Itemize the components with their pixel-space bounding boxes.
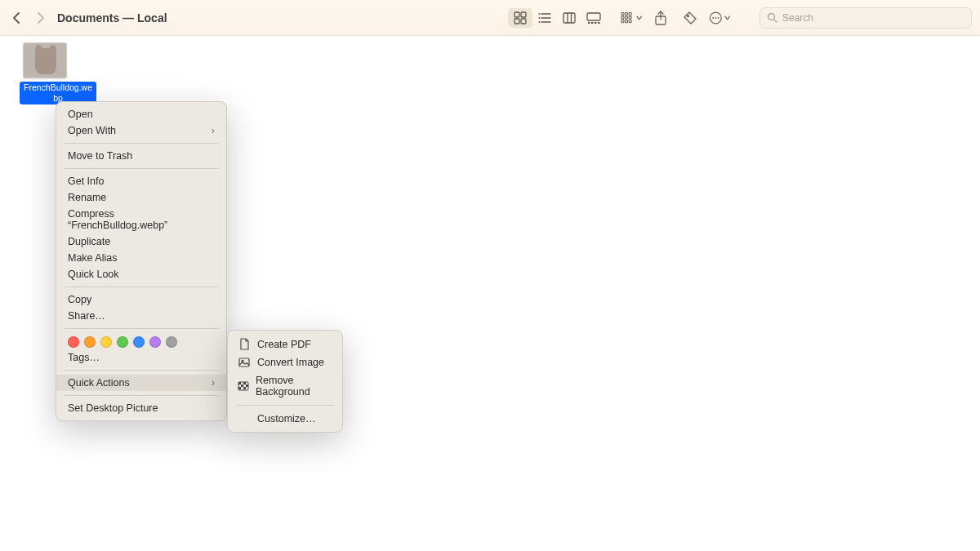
file-thumbnail — [23, 42, 67, 78]
gallery-view-button[interactable] — [581, 8, 606, 28]
svg-rect-10 — [564, 13, 575, 23]
ctx-rename[interactable]: Rename — [56, 189, 226, 206]
tag-color-dot[interactable] — [117, 336, 128, 348]
svg-rect-2 — [514, 19, 519, 24]
svg-rect-16 — [595, 22, 597, 24]
svg-rect-25 — [629, 16, 631, 19]
ctx-duplicate[interactable]: Duplicate — [56, 233, 226, 250]
ctx-tag-colors — [56, 333, 226, 349]
tag-color-dot[interactable] — [100, 336, 112, 348]
menu-separator — [65, 143, 218, 144]
tag-color-dot[interactable] — [84, 336, 96, 348]
qa-customize[interactable]: Customize… — [228, 410, 342, 428]
svg-rect-1 — [521, 12, 526, 17]
ctx-compress[interactable]: Compress “FrenchBulldog.webp” — [56, 206, 226, 233]
svg-point-36 — [242, 360, 243, 362]
svg-point-7 — [539, 13, 541, 15]
menu-separator — [65, 395, 218, 396]
chevron-right-icon: › — [212, 377, 215, 389]
image-icon — [238, 358, 251, 367]
svg-point-9 — [539, 21, 541, 23]
svg-rect-35 — [239, 358, 249, 367]
svg-rect-39 — [241, 384, 243, 387]
qa-remove-background[interactable]: Remove Background — [228, 371, 342, 401]
svg-rect-14 — [588, 22, 590, 24]
tag-color-dot[interactable] — [149, 336, 161, 348]
qa-create-pdf[interactable]: Create PDF — [228, 335, 342, 353]
ctx-quick-look[interactable]: Quick Look — [56, 266, 226, 282]
group-by-button[interactable] — [621, 8, 642, 28]
ctx-tags[interactable]: Tags… — [56, 349, 226, 366]
svg-rect-23 — [626, 20, 628, 22]
svg-line-34 — [774, 20, 777, 22]
forward-button[interactable] — [31, 9, 49, 27]
document-icon — [238, 338, 251, 350]
svg-rect-22 — [626, 16, 628, 19]
svg-rect-17 — [598, 22, 600, 24]
quick-actions-submenu: Create PDF Convert Image Remove Backgrou… — [227, 330, 343, 433]
tag-color-dot[interactable] — [166, 336, 177, 348]
svg-rect-20 — [621, 20, 624, 22]
ctx-make-alias[interactable]: Make Alias — [56, 250, 226, 266]
window-title: Documents — Local — [57, 11, 167, 24]
svg-point-31 — [715, 17, 716, 19]
toolbar: Documents — Local Se — [0, 0, 980, 36]
svg-rect-24 — [629, 12, 631, 15]
chevron-right-icon: › — [212, 125, 215, 136]
list-view-button[interactable] — [532, 8, 557, 28]
menu-separator — [65, 328, 218, 329]
ctx-quick-actions[interactable]: Quick Actions› — [56, 375, 226, 391]
menu-separator — [65, 287, 218, 287]
back-button[interactable] — [8, 9, 26, 27]
svg-point-32 — [718, 17, 719, 19]
svg-rect-19 — [621, 16, 624, 19]
ctx-copy[interactable]: Copy — [56, 291, 226, 308]
icon-view-button[interactable] — [508, 8, 532, 28]
svg-rect-15 — [591, 22, 594, 24]
ctx-share[interactable]: Share… — [56, 308, 226, 324]
actions-button[interactable] — [709, 8, 730, 28]
context-menu: Open Open With› Move to Trash Get Info R… — [56, 101, 227, 421]
search-placeholder: Search — [782, 12, 813, 24]
tag-color-dot[interactable] — [68, 336, 79, 348]
menu-separator — [236, 405, 334, 406]
ctx-open-with[interactable]: Open With› — [56, 122, 226, 139]
svg-rect-18 — [621, 12, 624, 15]
share-button[interactable] — [650, 8, 671, 28]
svg-rect-3 — [521, 19, 526, 24]
file-item[interactable]: FrenchBulldog.we bp — [20, 42, 70, 104]
tags-button[interactable] — [679, 8, 701, 28]
qa-convert-image[interactable]: Convert Image — [228, 353, 342, 371]
ctx-move-to-trash[interactable]: Move to Trash — [56, 148, 226, 164]
menu-separator — [65, 370, 218, 371]
svg-point-30 — [712, 17, 714, 19]
svg-rect-13 — [587, 13, 600, 20]
svg-rect-0 — [514, 12, 519, 17]
search-field[interactable]: Search — [760, 7, 972, 29]
svg-point-28 — [687, 15, 688, 16]
column-view-button[interactable] — [557, 8, 581, 28]
tag-color-dot[interactable] — [133, 336, 145, 348]
menu-separator — [65, 168, 218, 169]
ctx-set-desktop-picture[interactable]: Set Desktop Picture — [56, 400, 226, 416]
svg-rect-26 — [629, 20, 631, 22]
svg-point-8 — [539, 17, 541, 19]
view-switcher — [508, 8, 606, 28]
svg-rect-21 — [626, 12, 628, 15]
content-area[interactable]: FrenchBulldog.we bp Open Open With› Move… — [0, 36, 980, 551]
svg-rect-42 — [243, 387, 246, 389]
checker-icon — [238, 381, 249, 391]
ctx-open[interactable]: Open — [56, 106, 226, 122]
search-icon — [767, 12, 777, 23]
ctx-get-info[interactable]: Get Info — [56, 173, 226, 189]
